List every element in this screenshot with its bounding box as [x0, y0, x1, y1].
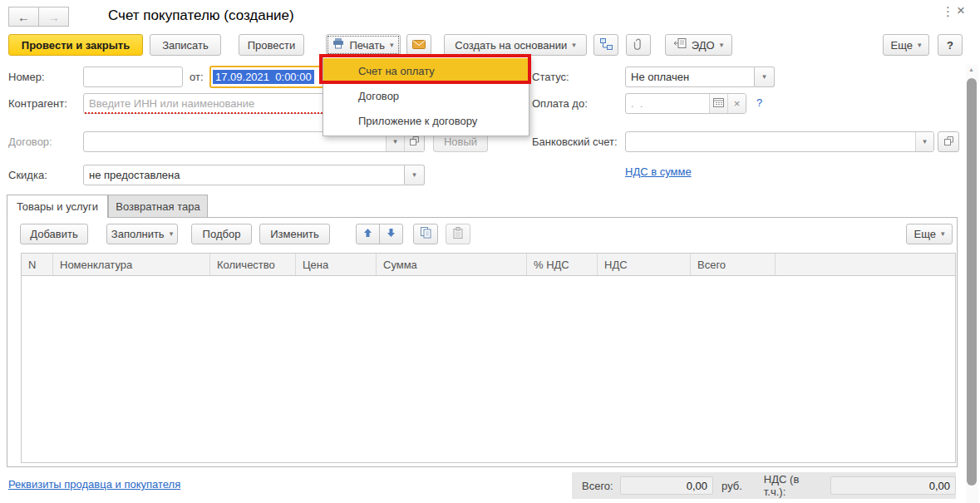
chevron-down-icon: ▾ — [170, 230, 174, 238]
edit-button[interactable]: Изменить — [259, 224, 330, 244]
items-table-body[interactable] — [21, 276, 956, 463]
chevron-down-icon: ▾ — [941, 230, 945, 238]
calendar-icon — [713, 97, 724, 110]
envelope-icon — [412, 39, 426, 52]
write-button[interactable]: Записать — [150, 34, 221, 56]
total-value-field: 0,00 — [620, 476, 713, 495]
date-input[interactable]: 17.09.2021 0:00:00 — [209, 66, 328, 88]
print-button[interactable]: Печать ▾ — [326, 34, 401, 56]
chevron-down-icon: ▾ — [572, 42, 576, 49]
bank-account-input[interactable] — [626, 132, 915, 151]
totals-bar: Всего: 0,00 руб. НДС (в т.ч.): 0,00 — [572, 472, 956, 499]
column-header-vat[interactable]: НДС — [598, 254, 691, 275]
copy-icon — [421, 227, 431, 241]
column-header-empty[interactable] — [776, 254, 955, 275]
pay-until-date-group: . . × — [625, 93, 746, 114]
structure-icon — [600, 38, 613, 52]
column-header-price[interactable]: Цена — [296, 254, 377, 275]
open-in-window-icon — [410, 136, 419, 148]
pick-button[interactable]: Подбор — [191, 224, 252, 244]
chevron-down-icon: ▾ — [720, 42, 724, 49]
scroll-up-icon[interactable]: ▲ — [968, 67, 974, 72]
calendar-button[interactable] — [709, 94, 727, 113]
vat-in-total-link[interactable]: НДС в сумме — [625, 165, 692, 178]
column-header-total[interactable]: Всего — [691, 254, 776, 275]
post-button[interactable]: Провести — [239, 34, 304, 56]
clear-icon: × — [734, 97, 741, 110]
move-down-button[interactable] — [379, 224, 403, 244]
edo-button[interactable]: ЭДО ▾ — [665, 34, 732, 56]
pay-until-help-link[interactable]: ? — [756, 96, 762, 109]
forward-button[interactable]: → — [38, 7, 69, 27]
open-in-window-icon — [944, 136, 953, 148]
vat-value-field: 0,00 — [830, 476, 956, 495]
chevron-down-icon: ▾ — [923, 138, 927, 145]
invoice-window: ← → Счет покупателю (создание) ⋮ × Прове… — [0, 0, 980, 503]
contract-label: Договор: — [8, 136, 52, 148]
help-button[interactable]: ? — [938, 34, 963, 56]
add-row-button[interactable]: Добавить — [20, 224, 88, 244]
menu-item-invoice-for-payment[interactable]: Счет на оплату — [323, 58, 529, 83]
chevron-down-icon: ▾ — [918, 42, 922, 49]
bank-account-field-group: ▾ — [625, 131, 934, 152]
total-label: Всего: — [582, 480, 613, 492]
date-selected-text: 17.09.2021 0:00:00 — [213, 70, 314, 84]
discount-dropdown-button[interactable]: ▾ — [405, 165, 425, 185]
attachments-button[interactable] — [626, 34, 651, 56]
counterparty-label: Контрагент: — [8, 97, 67, 110]
paste-rows-button[interactable] — [446, 224, 470, 244]
number-label: Номер: — [8, 71, 45, 83]
chevron-down-icon: ▾ — [412, 171, 416, 179]
status-dropdown-button[interactable]: ▾ — [755, 67, 775, 87]
menu-item-contract[interactable]: Договор — [323, 83, 529, 108]
discount-select[interactable]: не предоставлена — [83, 165, 405, 185]
more-button[interactable]: Еще ▾ — [883, 34, 929, 56]
chevron-down-icon: ▾ — [762, 73, 766, 81]
back-button[interactable]: ← — [8, 7, 39, 27]
bank-account-dropdown-button[interactable]: ▾ — [915, 132, 933, 151]
items-more-button[interactable]: Еще ▾ — [906, 224, 953, 244]
paperclip-icon — [633, 38, 643, 52]
status-select[interactable]: Не оплачен — [625, 67, 755, 87]
column-header-quantity[interactable]: Количество — [210, 254, 296, 275]
paste-icon — [453, 227, 463, 241]
menu-item-contract-appendix[interactable]: Приложение к договору — [323, 108, 529, 133]
currency-label: руб. — [721, 480, 742, 492]
page-title: Счет покупателю (создание) — [108, 7, 294, 24]
arrow-down-icon — [387, 228, 396, 240]
discount-label: Скидка: — [8, 169, 47, 181]
tab-returnable-packaging[interactable]: Возвратная тара — [108, 195, 208, 218]
column-header-amount[interactable]: Сумма — [377, 254, 527, 275]
forward-arrow-icon: → — [47, 10, 60, 24]
pay-until-label: Оплата до: — [532, 97, 588, 110]
close-icon[interactable]: × — [957, 2, 965, 19]
create-based-on-button[interactable]: Создать на основании ▾ — [444, 34, 587, 56]
date-label: от: — [190, 71, 204, 83]
seller-buyer-details-link[interactable]: Реквизиты продавца и покупателя — [8, 478, 180, 491]
status-label: Статус: — [532, 71, 569, 83]
printer-icon — [332, 38, 344, 52]
column-header-n[interactable]: N — [22, 254, 53, 275]
back-arrow-icon: ← — [17, 10, 30, 24]
scrollbar-thumb[interactable] — [967, 78, 977, 486]
chevron-down-icon: ▾ — [390, 42, 394, 49]
chevron-down-icon: ▾ — [393, 138, 397, 145]
number-input[interactable] — [83, 67, 183, 87]
column-header-vat-percent[interactable]: % НДС — [527, 254, 598, 275]
tab-goods-services[interactable]: Товары и услуги — [7, 195, 108, 218]
send-email-button[interactable] — [406, 34, 431, 56]
bank-account-label: Банковский счет: — [532, 136, 618, 148]
related-documents-button[interactable] — [593, 34, 618, 56]
bank-account-open-button[interactable] — [938, 131, 959, 152]
pay-until-input[interactable]: . . — [626, 94, 709, 113]
items-table-header: N Номенклатура Количество Цена Сумма % Н… — [21, 253, 956, 276]
vat-total-label: НДС (в т.ч.): — [764, 473, 824, 498]
kebab-menu-icon[interactable]: ⋮ — [942, 4, 954, 19]
copy-rows-button[interactable] — [413, 224, 438, 244]
post-and-close-button[interactable]: Провести и закрыть — [8, 34, 143, 56]
clear-date-button[interactable]: × — [727, 94, 746, 113]
column-header-nomenclature[interactable]: Номенклатура — [53, 254, 210, 275]
move-up-button[interactable] — [356, 224, 380, 244]
print-dropdown-menu: Счет на оплату Договор Приложение к дого… — [323, 56, 529, 136]
fill-button[interactable]: Заполнить ▾ — [106, 224, 178, 244]
